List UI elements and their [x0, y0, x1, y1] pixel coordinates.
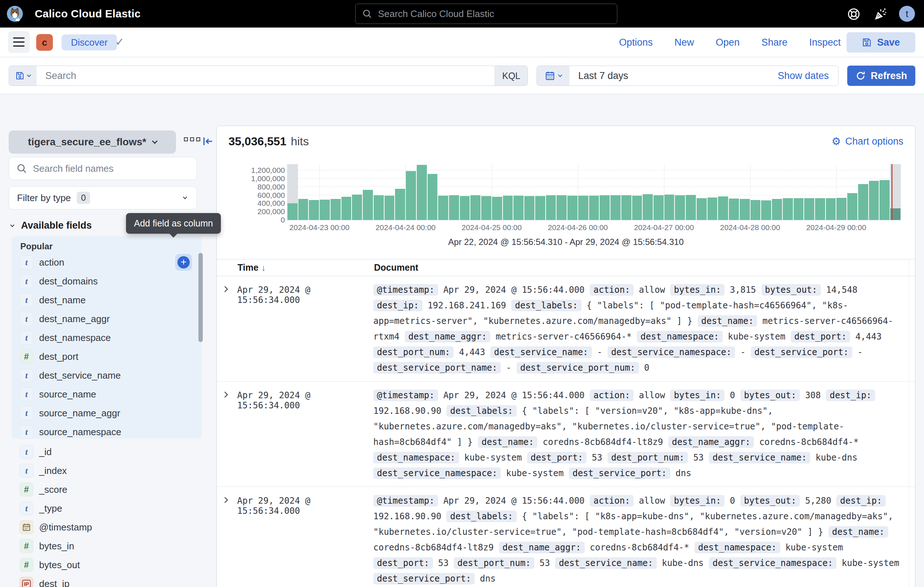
field-key-badge[interactable]: dest_labels:	[446, 511, 516, 522]
histogram-bucket[interactable]	[341, 164, 352, 220]
field-item-bytes_out[interactable]: #bytes_out	[12, 556, 201, 574]
field-key-badge[interactable]: dest_ip:	[837, 495, 886, 506]
field-key-badge[interactable]: dest_port_num:	[607, 452, 688, 463]
histogram-bucket[interactable]	[556, 164, 567, 220]
histogram-bucket[interactable]	[438, 164, 449, 220]
histogram-bar[interactable]	[664, 195, 675, 220]
breadcrumb-discover[interactable]: Discover	[61, 35, 117, 50]
menu-hamburger-button[interactable]	[8, 31, 30, 53]
histogram-bar[interactable]	[794, 198, 804, 220]
field-key-badge[interactable]: dest_ip:	[373, 300, 422, 311]
histogram-bucket[interactable]	[664, 164, 675, 220]
saved-query-menu-button[interactable]	[9, 66, 36, 86]
field-key-badge[interactable]: dest_service_namespace:	[709, 557, 837, 569]
histogram-bar[interactable]	[524, 196, 535, 220]
field-key-badge[interactable]: @timestamp:	[373, 390, 438, 401]
histogram-bucket[interactable]	[416, 164, 427, 220]
field-item-dest_namespace[interactable]: tdest_namespace	[12, 328, 201, 347]
histogram-bucket[interactable]	[782, 164, 793, 220]
histogram-bar[interactable]	[492, 197, 502, 220]
histogram-bucket[interactable]	[363, 164, 373, 220]
field-key-badge[interactable]: dest_service_name:	[490, 346, 592, 358]
histogram-bucket[interactable]	[470, 164, 481, 220]
field-key-badge[interactable]: bytes_out:	[741, 390, 800, 401]
space-badge[interactable]: c	[36, 34, 53, 51]
histogram-bucket[interactable]	[492, 164, 503, 220]
field-key-badge[interactable]: dest_service_port_num:	[516, 362, 639, 374]
histogram-bucket[interactable]	[825, 164, 837, 220]
histogram-bucket[interactable]	[319, 164, 330, 220]
field-key-badge[interactable]: dest_port_num:	[454, 557, 534, 569]
histogram-bucket[interactable]	[524, 164, 535, 220]
histogram-bucket[interactable]	[869, 164, 879, 220]
histogram-plot[interactable]	[287, 164, 901, 220]
field-item-dest_service_name[interactable]: tdest_service_name	[12, 366, 201, 385]
field-key-badge[interactable]: action:	[590, 390, 634, 401]
field-key-badge[interactable]: dest_ip:	[826, 390, 875, 401]
histogram-bucket[interactable]	[309, 164, 319, 220]
global-search[interactable]	[355, 3, 617, 24]
field-item-dest_name[interactable]: tdest_name	[12, 291, 201, 309]
histogram-bar[interactable]	[578, 196, 588, 220]
field-key-badge[interactable]: dest_service_port:	[373, 573, 475, 584]
histogram-bar[interactable]	[783, 198, 793, 220]
histogram-bucket[interactable]	[707, 164, 718, 220]
field-item-source_namespace[interactable]: tsource_namespace	[12, 423, 201, 441]
field-key-badge[interactable]: dest_port:	[527, 452, 587, 463]
histogram-bar[interactable]	[847, 193, 857, 220]
histogram-bucket[interactable]	[815, 164, 825, 220]
calico-logo[interactable]	[7, 5, 23, 22]
histogram-bucket[interactable]	[718, 164, 728, 220]
histogram-bucket[interactable]	[610, 164, 621, 220]
histogram-bar[interactable]	[535, 196, 545, 220]
available-fields-header[interactable]: Available fields	[11, 220, 92, 231]
histogram-bar[interactable]	[879, 180, 889, 220]
histogram-bar[interactable]	[287, 203, 298, 220]
field-item-source_name_aggr[interactable]: tsource_name_aggr	[12, 403, 201, 423]
histogram-bar[interactable]	[481, 196, 491, 220]
histogram-bar[interactable]	[837, 198, 846, 220]
field-item-dest_name_aggr[interactable]: tdest_name_aggr	[12, 309, 201, 328]
histogram-bucket[interactable]	[675, 164, 685, 220]
histogram-bar[interactable]	[708, 197, 718, 220]
histogram-bucket[interactable]	[589, 164, 600, 220]
histogram-bar[interactable]	[330, 199, 341, 220]
field-key-badge[interactable]: dest_name_aggr:	[668, 436, 754, 448]
histogram-bar[interactable]	[869, 181, 879, 220]
histogram-bucket[interactable]	[696, 164, 707, 220]
histogram-bar[interactable]	[449, 195, 459, 220]
histogram-bar[interactable]	[610, 195, 620, 220]
histogram-bucket[interactable]	[750, 164, 761, 220]
field-key-badge[interactable]: dest_name:	[478, 436, 538, 448]
histogram-bar[interactable]	[740, 199, 750, 220]
histogram-bar[interactable]	[374, 195, 384, 220]
histogram-bar[interactable]	[653, 195, 664, 220]
histogram-bar[interactable]	[470, 195, 480, 220]
histogram-bucket[interactable]	[406, 164, 416, 220]
histogram-bucket[interactable]	[459, 164, 470, 220]
field-item-dest_ip[interactable]: IPdest_ip	[12, 574, 201, 587]
histogram-bucket[interactable]	[503, 164, 513, 220]
menu-item-options[interactable]: Options	[619, 37, 653, 48]
menu-item-inspect[interactable]: Inspect	[809, 37, 841, 48]
histogram-bucket[interactable]	[373, 164, 384, 220]
user-avatar[interactable]: t	[899, 6, 915, 22]
field-key-badge[interactable]: dest_service_namespace:	[607, 346, 735, 358]
menu-item-new[interactable]: New	[675, 37, 694, 48]
histogram-bar[interactable]	[632, 196, 642, 220]
histogram-bucket[interactable]	[287, 164, 298, 220]
histogram-bar[interactable]	[503, 196, 513, 220]
field-item-dest_domains[interactable]: tdest_domains	[12, 272, 201, 291]
histogram-bar[interactable]	[858, 184, 868, 220]
histogram-bucket[interactable]	[847, 164, 858, 220]
field-key-badge[interactable]: dest_service_name:	[555, 557, 657, 569]
histogram-bar[interactable]	[309, 200, 319, 220]
histogram-bar[interactable]	[589, 196, 599, 220]
menu-item-open[interactable]: Open	[716, 37, 740, 48]
histogram-bucket[interactable]	[546, 164, 556, 220]
histogram-bucket[interactable]	[739, 164, 750, 220]
field-key-badge[interactable]: bytes_in:	[670, 284, 724, 296]
field-key-badge[interactable]: dest_port:	[373, 557, 433, 569]
histogram-bar[interactable]	[556, 195, 567, 220]
expand-row-button[interactable]	[222, 388, 237, 481]
